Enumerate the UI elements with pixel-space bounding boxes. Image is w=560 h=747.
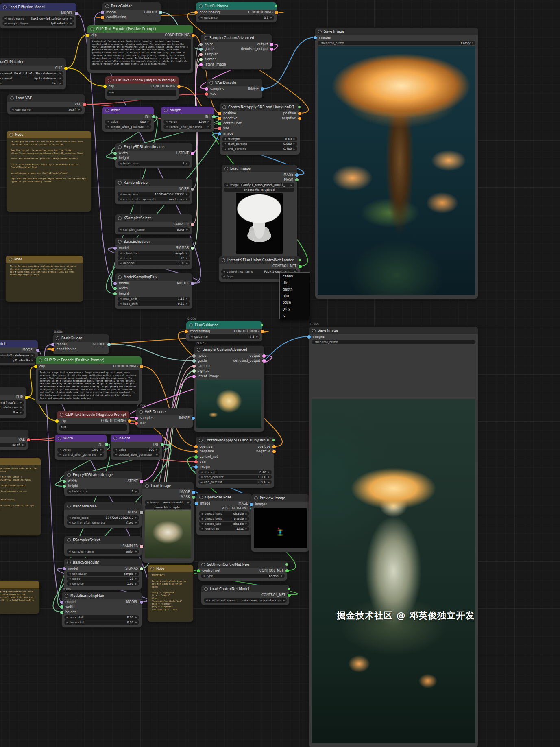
end_percent-widget[interactable]: ◀end_percent0.600▶ <box>198 480 272 484</box>
node-dual-clip-loader-2[interactable]: DualCLIPLoaderCLIP◀clip_name1t5xxl_fp8_e… <box>0 387 26 418</box>
decrement-arrow-icon[interactable]: ◀ <box>120 162 122 165</box>
vae_name-widget[interactable]: ◀vae_nameae.sft▶ <box>10 107 82 112</box>
input-port-image[interactable] <box>194 465 198 469</box>
increment-arrow-icon[interactable]: ▶ <box>70 17 72 20</box>
increment-arrow-icon[interactable]: ▶ <box>207 125 209 128</box>
node-basic-guider-2[interactable]: 0.00sBasicGuidermodelGUIDERconditioning <box>53 334 109 354</box>
dropdown-item-blur[interactable]: blur <box>280 293 310 299</box>
noise_seed-widget[interactable]: ◀noise_seed1078547336120386▶ <box>118 192 190 197</box>
decrement-arrow-icon[interactable]: ◀ <box>200 16 203 19</box>
node-model-sampling-flux-1[interactable]: ModelSamplingFluxmodelMODELwidthheight◀m… <box>115 273 192 309</box>
output-port-CONTROL_NET[interactable] <box>285 569 289 572</box>
noise_seed-widget[interactable]: ◀noise_seed174720593592312▶ <box>67 515 139 520</box>
output-port-IMAGE[interactable] <box>192 417 195 420</box>
increment-arrow-icon[interactable]: ▶ <box>270 16 272 19</box>
collapse-toggle-icon[interactable] <box>60 413 63 417</box>
collapse-toggle-icon[interactable] <box>67 505 71 508</box>
node-load-diffusion-model-1[interactable]: Load Diffusion ModelMODEL◀unet_nameflux1… <box>0 3 76 28</box>
vae_name-widget[interactable]: ◀vae_nameae.sft▶ <box>0 443 26 447</box>
output-port-negative[interactable] <box>298 117 301 120</box>
input-port-clip[interactable] <box>55 419 59 423</box>
node-note-3[interactable]: NoteIf you get an error in any of the no… <box>0 458 41 535</box>
increment-arrow-icon[interactable]: ▶ <box>186 297 188 300</box>
base_shift-widget[interactable]: ◀base_shift0.50▶ <box>64 620 139 625</box>
increment-arrow-icon[interactable]: ▶ <box>186 302 188 305</box>
dropdown-item-lq[interactable]: lq <box>280 312 310 319</box>
increment-arrow-icon[interactable]: ▶ <box>245 527 247 530</box>
increment-arrow-icon[interactable]: ▶ <box>187 501 189 504</box>
node-empty-latent-1[interactable]: EmptySD3LatentImagewidthLATENTheight◀bat… <box>115 143 192 168</box>
increment-arrow-icon[interactable]: ▶ <box>293 138 295 140</box>
collapse-toggle-icon[interactable] <box>318 30 322 33</box>
increment-arrow-icon[interactable]: ▶ <box>59 82 61 85</box>
input-port-model[interactable] <box>60 601 63 604</box>
collapse-toggle-icon[interactable] <box>67 538 71 542</box>
scheduler-widget[interactable]: ◀schedulersimple▶ <box>118 251 190 256</box>
increment-arrow-icon[interactable]: ▶ <box>135 516 137 519</box>
node-height-2[interactable]: heightINT◀value800▶◀control_after_genera… <box>111 435 162 460</box>
increment-arrow-icon[interactable]: ▶ <box>59 77 61 79</box>
guidance-widget[interactable]: ◀guidance3.5▶ <box>189 334 260 339</box>
input-port-height[interactable] <box>113 292 117 295</box>
input-port-width[interactable] <box>60 605 63 609</box>
type-widget[interactable]: ◀typeflux▶ <box>0 81 63 85</box>
increment-arrow-icon[interactable]: ▶ <box>186 252 188 254</box>
collapse-toggle-icon[interactable] <box>90 27 94 31</box>
output-port-MODEL[interactable] <box>75 12 78 15</box>
node-clip-positive-2[interactable]: CLIP Text Encode (Positive Prompt)clipCO… <box>36 356 142 404</box>
input-port-guider[interactable] <box>199 48 203 51</box>
base_shift-widget[interactable]: ◀base_shift0.50▶ <box>118 301 190 306</box>
node-width-2[interactable]: widthINT◀value1200▶◀control_after_genera… <box>55 435 107 460</box>
increment-arrow-icon[interactable]: ▶ <box>78 108 80 111</box>
decrement-arrow-icon[interactable]: ◀ <box>147 501 149 504</box>
input-port-conditioning[interactable] <box>101 16 104 19</box>
dropdown-item-gray[interactable]: gray <box>280 306 310 312</box>
filename_prefix-widget[interactable]: filename_prefixComfyUI <box>318 41 475 45</box>
denoise-widget[interactable]: ◀denoise1.00▶ <box>118 261 190 265</box>
control_after_generate-widget[interactable]: ◀control_after_generate▶ <box>57 452 104 457</box>
decrement-arrow-icon[interactable]: ◀ <box>191 335 193 338</box>
decrement-arrow-icon[interactable]: ◀ <box>69 583 71 585</box>
strength-widget[interactable]: ◀strength0.60▶ <box>222 137 297 141</box>
max_shift-widget[interactable]: ◀max_shift1.15▶ <box>118 297 190 301</box>
decrement-arrow-icon[interactable]: ◀ <box>66 621 68 623</box>
guidance-widget[interactable]: ◀guidance3.5▶ <box>198 15 274 20</box>
dropdown-item-pose[interactable]: pose <box>280 299 310 306</box>
node-load-vae-2[interactable]: Load VAEVAE◀vae_nameae.sft▶ <box>0 430 28 450</box>
input-port-sigmas[interactable] <box>192 369 196 373</box>
collapse-toggle-icon[interactable] <box>105 109 109 112</box>
increment-arrow-icon[interactable]: ▶ <box>245 522 247 525</box>
text-area[interactable]: text <box>107 90 176 96</box>
increment-arrow-icon[interactable]: ▶ <box>290 184 292 186</box>
decrement-arrow-icon[interactable]: ◀ <box>206 599 208 601</box>
input-port-images[interactable] <box>250 503 253 506</box>
decrement-arrow-icon[interactable]: ◀ <box>69 577 71 580</box>
start_percent-widget[interactable]: ◀start_percent0.000▶ <box>222 142 297 146</box>
node-vae-decode-2[interactable]: 0.06sVAE DecodesamplesIMAGEvae <box>136 408 193 428</box>
increment-arrow-icon[interactable]: ▶ <box>135 583 137 585</box>
decrement-arrow-icon[interactable]: ◀ <box>226 184 228 186</box>
detect_hand-widget[interactable]: ◀detect_handdisable▶ <box>199 511 249 516</box>
collapse-toggle-icon[interactable] <box>65 594 68 598</box>
collapse-toggle-icon[interactable] <box>201 563 205 566</box>
increment-arrow-icon[interactable]: ▶ <box>147 120 149 123</box>
decrement-arrow-icon[interactable]: ◀ <box>69 490 71 493</box>
input-port-sigmas[interactable] <box>199 58 203 61</box>
increment-arrow-icon[interactable]: ▶ <box>135 577 137 580</box>
node-load-image-1[interactable]: Load ImageIMAGEMASK◀imageComfyUI_temp_pu… <box>222 165 297 258</box>
increment-arrow-icon[interactable]: ▶ <box>156 448 158 451</box>
collapse-toggle-icon[interactable] <box>312 329 316 332</box>
collapse-toggle-icon[interactable] <box>118 240 122 244</box>
output-port-CLIP[interactable] <box>25 396 28 399</box>
increment-arrow-icon[interactable]: ▶ <box>186 162 188 165</box>
increment-arrow-icon[interactable]: ▶ <box>100 448 102 451</box>
increment-arrow-icon[interactable]: ▶ <box>70 22 72 24</box>
node-height-1[interactable]: heightINT◀value1200▶◀control_after_gener… <box>161 107 214 132</box>
output-port-CLIP[interactable] <box>64 67 68 70</box>
increment-arrow-icon[interactable]: ▶ <box>186 228 188 231</box>
node-basic-guider-1[interactable]: BasicGuidermodelGUIDERconditioning <box>102 2 161 22</box>
collapse-toggle-icon[interactable] <box>164 109 168 112</box>
input-port-control_net[interactable] <box>194 455 198 459</box>
input-port-noise[interactable] <box>192 354 196 358</box>
decrement-arrow-icon[interactable]: ◀ <box>201 522 203 525</box>
